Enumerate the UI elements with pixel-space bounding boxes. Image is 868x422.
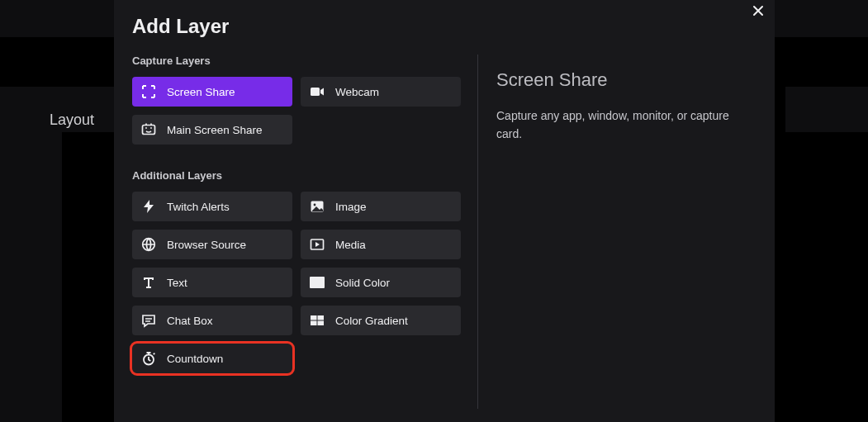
gradient-icon [309, 312, 325, 329]
modal-header: Add Layer [114, 0, 775, 38]
capture-layers-grid: Screen Share Webcam [132, 77, 462, 145]
main-screen-share-icon [140, 121, 157, 138]
modal-title: Add Layer [132, 15, 757, 38]
add-layer-modal: Add Layer Capture Layers Screen Share [114, 0, 775, 422]
screen-share-icon [140, 83, 157, 100]
svg-rect-10 [311, 321, 317, 326]
close-button[interactable] [747, 2, 769, 23]
tile-label: Browser Source [167, 239, 246, 251]
svg-rect-0 [311, 88, 320, 96]
tile-color-gradient[interactable]: Color Gradient [301, 306, 461, 335]
text-icon [140, 274, 157, 291]
tile-label: Countdown [167, 353, 223, 365]
additional-layers-grid: Twitch Alerts Image [132, 192, 462, 373]
tile-label: Screen Share [167, 86, 235, 98]
svg-rect-11 [318, 321, 325, 326]
tile-label: Color Gradient [335, 315, 408, 327]
tile-label: Webcam [335, 86, 379, 98]
tile-label: Media [335, 239, 366, 251]
svg-rect-9 [318, 315, 325, 320]
tile-label: Main Screen Share [167, 124, 263, 136]
tile-image[interactable]: Image [301, 192, 461, 221]
tile-label: Solid Color [335, 277, 390, 289]
tile-label: Chat Box [167, 315, 213, 327]
tile-twitch-alerts[interactable]: Twitch Alerts [132, 192, 292, 221]
chat-icon [140, 312, 157, 329]
tile-solid-color[interactable]: Solid Color [301, 268, 461, 297]
tile-main-screen-share[interactable]: Main Screen Share [132, 115, 292, 145]
layer-options-column: Capture Layers Screen Share [132, 55, 477, 409]
app-right-black [790, 132, 868, 422]
detail-title: Screen Share [496, 69, 757, 91]
alerts-icon [140, 198, 157, 215]
section-capture-layers: Capture Layers [132, 55, 462, 67]
modal-body: Capture Layers Screen Share [114, 55, 775, 422]
svg-point-5 [314, 204, 316, 206]
browser-icon [140, 236, 157, 253]
tile-countdown[interactable]: Countdown [132, 344, 292, 373]
countdown-icon [140, 350, 157, 367]
tile-label: Twitch Alerts [167, 201, 230, 213]
detail-description: Capture any app, window, monitor, or cap… [496, 107, 752, 143]
tile-label: Image [335, 201, 367, 213]
tile-media[interactable]: Media [301, 230, 461, 259]
tile-label: Text [167, 277, 187, 289]
media-icon [309, 236, 325, 253]
tile-browser-source[interactable]: Browser Source [132, 230, 292, 259]
tile-text[interactable]: Text [132, 268, 292, 297]
svg-rect-8 [311, 315, 317, 320]
webcam-icon [309, 83, 325, 100]
close-icon [752, 4, 765, 21]
layer-detail-column: Screen Share Capture any app, window, mo… [478, 55, 757, 409]
image-icon [309, 198, 325, 215]
svg-point-2 [145, 127, 147, 129]
section-additional-layers: Additional Layers [132, 169, 462, 182]
app-right-strip [785, 87, 868, 133]
svg-point-3 [150, 127, 152, 129]
tile-webcam[interactable]: Webcam [301, 77, 461, 107]
solid-color-icon [309, 274, 325, 291]
tile-screen-share[interactable]: Screen Share [132, 77, 292, 107]
tile-chat-box[interactable]: Chat Box [132, 306, 292, 335]
